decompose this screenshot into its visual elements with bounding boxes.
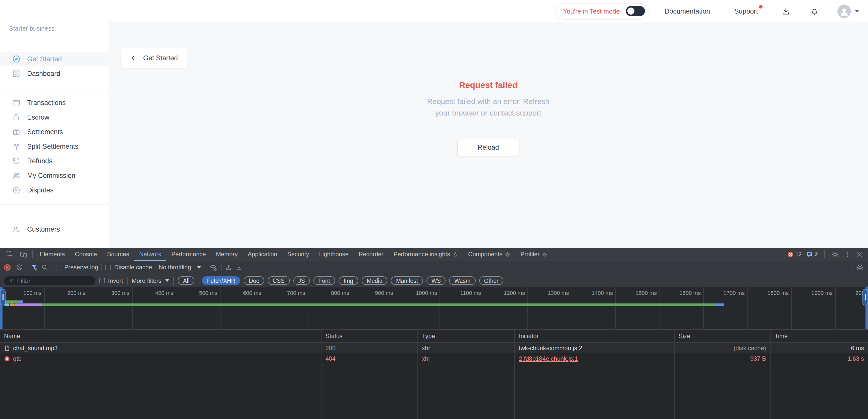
device-toolbar-icon[interactable]: [20, 250, 27, 258]
filter-pill-ws[interactable]: WS: [427, 276, 446, 285]
initiator-link[interactable]: twk-chunk-common.js:2: [519, 345, 582, 352]
filter-pill-font[interactable]: Font: [313, 276, 335, 285]
sidebar-item-settlements[interactable]: Settlements: [0, 125, 108, 139]
filter-pill-doc[interactable]: Doc: [244, 276, 264, 285]
devtools-tab-components[interactable]: Components: [463, 248, 516, 261]
devtools-tab-network[interactable]: Network: [134, 248, 166, 261]
sidebar-item-disputes[interactable]: Disputes: [0, 183, 108, 198]
search-icon[interactable]: [41, 264, 48, 271]
ruler-gridline: [132, 288, 132, 329]
support-label: Support: [734, 7, 758, 15]
kebab-menu-icon[interactable]: [843, 250, 851, 258]
error-message: Request failed with an error. Refresh yo…: [108, 95, 868, 119]
download-icon[interactable]: [781, 6, 790, 16]
reload-button[interactable]: Reload: [457, 139, 519, 156]
devtools-tab-security[interactable]: Security: [282, 248, 314, 261]
sidebar-item-customers[interactable]: Customers: [0, 222, 108, 237]
close-devtools-icon[interactable]: [856, 250, 863, 258]
sidebar-item-get-started[interactable]: Get Started: [0, 52, 108, 66]
sidebar-item-dashboard[interactable]: Dashboard: [0, 66, 108, 81]
devtools-tab-lighthouse[interactable]: Lighthouse: [314, 248, 353, 261]
cell-type: xhr: [418, 353, 515, 364]
filter-pill-all[interactable]: All: [178, 276, 195, 285]
column-header-name[interactable]: Name: [0, 330, 321, 342]
message-count-badge[interactable]: 2: [806, 251, 818, 258]
filter-pill-wasm[interactable]: Wasm: [449, 276, 475, 285]
devtools-tab-recorder[interactable]: Recorder: [353, 248, 389, 261]
devtools-tabs: ElementsConsoleSourcesNetworkPerformance…: [35, 248, 553, 261]
overview-left-handle[interactable]: [0, 288, 2, 329]
cell-initiator: twk-chunk-common.js:2: [515, 342, 675, 353]
ruler-tick-label: 1700 ms: [723, 290, 747, 296]
filter-pill-css[interactable]: CSS: [268, 276, 289, 285]
test-mode-toggle[interactable]: [626, 6, 645, 16]
preserve-log-checkbox[interactable]: Preserve log: [56, 264, 98, 271]
overview-right-handle[interactable]: [866, 288, 868, 329]
error-circle-icon: [787, 251, 794, 258]
devtools-tab-memory[interactable]: Memory: [211, 248, 243, 261]
inspect-element-icon[interactable]: [6, 250, 13, 258]
tab-label: Sources: [107, 251, 129, 258]
devtools-tab-console[interactable]: Console: [70, 248, 102, 261]
toolbar-separator: [221, 263, 222, 271]
filter-pill-img[interactable]: Img: [339, 276, 358, 285]
back-button[interactable]: Get Started: [121, 48, 187, 68]
column-header-size[interactable]: Size: [675, 330, 771, 342]
sidebar-item-transactions[interactable]: Transactions: [0, 95, 108, 110]
devtools-tab-elements[interactable]: Elements: [35, 248, 70, 261]
filter-pill-manifest[interactable]: Manifest: [391, 276, 423, 285]
filter-input-wrap: [4, 276, 95, 285]
documentation-link[interactable]: Documentation: [664, 7, 710, 15]
ruler-gridline: [835, 288, 836, 329]
sidebar-item-my-commission[interactable]: My Commission: [0, 168, 108, 183]
sidebar-item-refunds[interactable]: Refunds: [0, 154, 108, 168]
column-header-status[interactable]: Status: [321, 330, 418, 342]
support-link[interactable]: Support: [734, 6, 758, 16]
sidebar-item-escrow[interactable]: Escrow: [0, 110, 108, 125]
disable-cache-checkbox[interactable]: Disable cache: [106, 264, 152, 271]
column-header-initiator[interactable]: Initiator: [515, 330, 675, 342]
x-circle-icon: [12, 186, 21, 194]
tab-label: Performance insights: [394, 251, 450, 258]
filter-pill-js[interactable]: JS: [293, 276, 310, 285]
filter-pill-other[interactable]: Other: [479, 276, 503, 285]
error-count-badge[interactable]: 12: [787, 251, 802, 258]
waterfall-segment-blue: [717, 303, 724, 306]
sidebar-item-split-settlements[interactable]: Split-Settlements: [0, 139, 108, 154]
more-filters-dropdown[interactable]: More filters: [132, 277, 169, 284]
filter-pill-media[interactable]: Media: [362, 276, 388, 285]
network-conditions-icon[interactable]: [209, 263, 218, 271]
import-har-icon[interactable]: [225, 264, 232, 271]
column-header-type[interactable]: Type: [418, 330, 515, 342]
clear-network-log-icon[interactable]: [16, 264, 23, 271]
sidebar-item-label: Dashboard: [27, 70, 60, 78]
devtools-tab-sources[interactable]: Sources: [102, 248, 134, 261]
invert-checkbox[interactable]: Invert: [99, 277, 123, 284]
settings-gear-icon[interactable]: [831, 250, 839, 258]
flask-icon: [453, 251, 458, 257]
devtools-tab-profiler[interactable]: Profiler: [516, 248, 553, 261]
bell-icon[interactable]: [810, 6, 819, 16]
throttling-dropdown[interactable]: No throttling: [159, 264, 201, 271]
request-row-chat-sound-mp3[interactable]: chat_sound.mp3200xhrtwk-chunk-common.js:…: [0, 342, 868, 353]
cell-name: qtb: [0, 353, 321, 364]
request-row-qtb[interactable]: qtb404xhr2.fd8b184e.chunk.js:1937 B1.63 …: [0, 353, 868, 364]
devtools-tab-performance[interactable]: Performance: [166, 248, 211, 261]
network-settings-gear-icon[interactable]: [856, 263, 864, 271]
filter-pill-fetch-xhr[interactable]: Fetch/XHR: [202, 276, 240, 285]
ruler-tick-label: 400 ms: [155, 290, 176, 296]
devtools-tab-performance-insights[interactable]: Performance insights: [389, 248, 463, 261]
ruler-gridline: [571, 288, 572, 329]
sidebar-item-label: Refunds: [27, 157, 53, 165]
avatar[interactable]: [837, 4, 851, 18]
devtools-tab-application[interactable]: Application: [243, 248, 282, 261]
export-har-icon[interactable]: [236, 264, 243, 271]
initiator-link[interactable]: 2.fd8b184e.chunk.js:1: [519, 355, 578, 362]
filter-input[interactable]: [17, 277, 87, 284]
account-caret-down-icon[interactable]: [855, 10, 859, 12]
filter-funnel-icon[interactable]: [31, 264, 38, 271]
ruler-tick-label: 1600 ms: [680, 290, 703, 296]
column-header-time[interactable]: Time: [771, 330, 868, 342]
record-network-log-icon[interactable]: [4, 264, 10, 271]
toggle-knob: [627, 7, 634, 14]
